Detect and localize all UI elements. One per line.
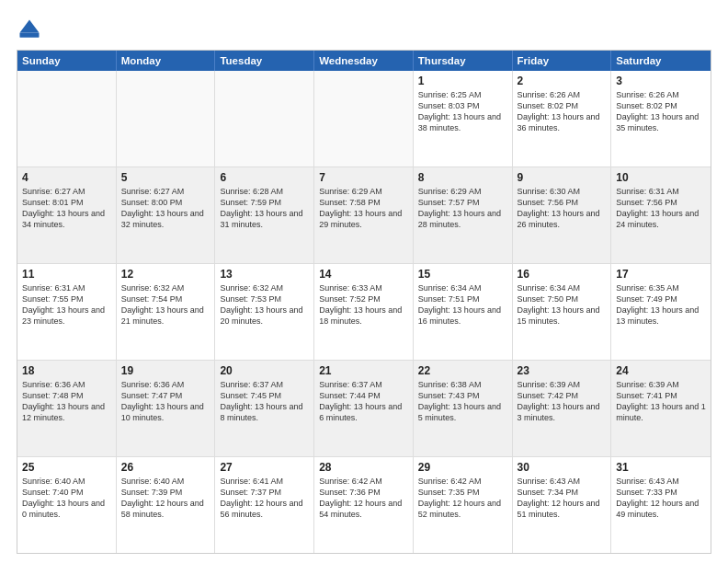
cell-info: Sunrise: 6:40 AM Sunset: 7:40 PM Dayligh…: [22, 476, 111, 521]
header-day-sunday: Sunday: [17, 51, 117, 71]
cal-cell-day-20: 20Sunrise: 6:37 AM Sunset: 7:45 PM Dayli…: [215, 361, 314, 456]
cal-cell-day-14: 14Sunrise: 6:33 AM Sunset: 7:52 PM Dayli…: [314, 264, 414, 360]
cell-info: Sunrise: 6:36 AM Sunset: 7:48 PM Dayligh…: [22, 379, 111, 424]
day-number: 6: [220, 171, 309, 184]
day-number: 15: [418, 268, 507, 281]
day-number: 2: [518, 75, 607, 87]
cell-info: Sunrise: 6:38 AM Sunset: 7:43 PM Dayligh…: [418, 379, 507, 424]
calendar: SundayMondayTuesdayWednesdayThursdayFrid…: [17, 50, 711, 554]
cal-cell-day-16: 16Sunrise: 6:34 AM Sunset: 7:50 PM Dayli…: [513, 264, 612, 360]
day-number: 26: [121, 461, 210, 474]
cell-info: Sunrise: 6:29 AM Sunset: 7:58 PM Dayligh…: [319, 186, 408, 231]
cal-cell-day-3: 3Sunrise: 6:26 AM Sunset: 8:02 PM Daylig…: [611, 71, 711, 167]
day-number: 27: [220, 461, 309, 474]
cell-info: Sunrise: 6:29 AM Sunset: 7:57 PM Dayligh…: [418, 186, 507, 231]
cal-cell-day-23: 23Sunrise: 6:39 AM Sunset: 7:42 PM Dayli…: [513, 361, 612, 456]
cal-cell-day-17: 17Sunrise: 6:35 AM Sunset: 7:49 PM Dayli…: [611, 264, 711, 360]
cal-cell-day-30: 30Sunrise: 6:43 AM Sunset: 7:34 PM Dayli…: [513, 457, 612, 553]
cal-cell-empty: [215, 71, 314, 167]
day-number: 24: [616, 364, 706, 377]
page: SundayMondayTuesdayWednesdayThursdayFrid…: [0, 0, 728, 563]
header-day-wednesday: Wednesday: [314, 51, 414, 71]
cell-info: Sunrise: 6:32 AM Sunset: 7:54 PM Dayligh…: [121, 282, 210, 327]
cal-cell-day-8: 8Sunrise: 6:29 AM Sunset: 7:57 PM Daylig…: [414, 167, 513, 263]
cal-cell-day-22: 22Sunrise: 6:38 AM Sunset: 7:43 PM Dayli…: [414, 361, 513, 456]
cell-info: Sunrise: 6:31 AM Sunset: 7:56 PM Dayligh…: [616, 186, 706, 231]
cal-cell-day-11: 11Sunrise: 6:31 AM Sunset: 7:55 PM Dayli…: [17, 264, 117, 360]
cal-cell-day-31: 31Sunrise: 6:43 AM Sunset: 7:33 PM Dayli…: [611, 457, 711, 553]
cal-cell-day-18: 18Sunrise: 6:36 AM Sunset: 7:48 PM Dayli…: [17, 361, 117, 456]
cell-info: Sunrise: 6:42 AM Sunset: 7:35 PM Dayligh…: [418, 476, 507, 521]
day-number: 23: [518, 364, 607, 377]
cal-cell-day-7: 7Sunrise: 6:29 AM Sunset: 7:58 PM Daylig…: [314, 167, 414, 263]
day-number: 13: [220, 268, 309, 281]
cal-cell-empty: [117, 71, 216, 167]
svg-rect-1: [20, 33, 40, 38]
cell-info: Sunrise: 6:37 AM Sunset: 7:45 PM Dayligh…: [220, 379, 309, 424]
cal-cell-day-13: 13Sunrise: 6:32 AM Sunset: 7:53 PM Dayli…: [215, 264, 314, 360]
calendar-body: 1Sunrise: 6:25 AM Sunset: 8:03 PM Daylig…: [17, 71, 711, 553]
cal-cell-day-26: 26Sunrise: 6:40 AM Sunset: 7:39 PM Dayli…: [117, 457, 216, 553]
cell-info: Sunrise: 6:39 AM Sunset: 7:41 PM Dayligh…: [616, 379, 706, 424]
day-number: 5: [121, 171, 210, 184]
cal-cell-day-24: 24Sunrise: 6:39 AM Sunset: 7:41 PM Dayli…: [611, 361, 711, 456]
cal-cell-day-29: 29Sunrise: 6:42 AM Sunset: 7:35 PM Dayli…: [414, 457, 513, 553]
cell-info: Sunrise: 6:27 AM Sunset: 8:01 PM Dayligh…: [22, 186, 111, 231]
cal-cell-day-4: 4Sunrise: 6:27 AM Sunset: 8:01 PM Daylig…: [17, 167, 117, 263]
day-number: 20: [220, 364, 309, 377]
header-day-monday: Monday: [117, 51, 216, 71]
cal-cell-day-21: 21Sunrise: 6:37 AM Sunset: 7:44 PM Dayli…: [314, 361, 414, 456]
header: [17, 17, 711, 42]
cell-info: Sunrise: 6:32 AM Sunset: 7:53 PM Dayligh…: [220, 282, 309, 327]
cell-info: Sunrise: 6:40 AM Sunset: 7:39 PM Dayligh…: [121, 476, 210, 521]
logo: [17, 17, 46, 42]
cal-cell-day-27: 27Sunrise: 6:41 AM Sunset: 7:37 PM Dayli…: [215, 457, 314, 553]
day-number: 16: [518, 268, 607, 281]
cell-info: Sunrise: 6:26 AM Sunset: 8:02 PM Dayligh…: [616, 89, 706, 134]
day-number: 17: [616, 268, 706, 281]
cell-info: Sunrise: 6:43 AM Sunset: 7:34 PM Dayligh…: [518, 476, 607, 521]
day-number: 10: [616, 171, 706, 184]
day-number: 8: [418, 171, 507, 184]
cell-info: Sunrise: 6:41 AM Sunset: 7:37 PM Dayligh…: [220, 476, 309, 521]
cal-cell-day-12: 12Sunrise: 6:32 AM Sunset: 7:54 PM Dayli…: [117, 264, 216, 360]
cell-info: Sunrise: 6:39 AM Sunset: 7:42 PM Dayligh…: [518, 379, 607, 424]
cell-info: Sunrise: 6:27 AM Sunset: 8:00 PM Dayligh…: [121, 186, 210, 231]
day-number: 7: [319, 171, 408, 184]
day-number: 25: [22, 461, 111, 474]
header-day-thursday: Thursday: [414, 51, 513, 71]
day-number: 11: [22, 268, 111, 281]
cal-cell-day-19: 19Sunrise: 6:36 AM Sunset: 7:47 PM Dayli…: [117, 361, 216, 456]
day-number: 14: [319, 268, 408, 281]
day-number: 31: [616, 461, 706, 474]
cell-info: Sunrise: 6:36 AM Sunset: 7:47 PM Dayligh…: [121, 379, 210, 424]
cal-cell-empty: [17, 71, 117, 167]
day-number: 1: [418, 75, 507, 87]
day-number: 3: [616, 75, 706, 87]
cal-cell-day-5: 5Sunrise: 6:27 AM Sunset: 8:00 PM Daylig…: [117, 167, 216, 263]
day-number: 29: [418, 461, 507, 474]
header-day-friday: Friday: [513, 51, 612, 71]
svg-marker-0: [20, 20, 40, 33]
cal-row-2: 11Sunrise: 6:31 AM Sunset: 7:55 PM Dayli…: [17, 264, 711, 361]
cal-cell-day-10: 10Sunrise: 6:31 AM Sunset: 7:56 PM Dayli…: [611, 167, 711, 263]
cell-info: Sunrise: 6:33 AM Sunset: 7:52 PM Dayligh…: [319, 282, 408, 327]
cal-row-3: 18Sunrise: 6:36 AM Sunset: 7:48 PM Dayli…: [17, 361, 711, 457]
cell-info: Sunrise: 6:25 AM Sunset: 8:03 PM Dayligh…: [418, 89, 507, 134]
day-number: 12: [121, 268, 210, 281]
cal-row-4: 25Sunrise: 6:40 AM Sunset: 7:40 PM Dayli…: [17, 457, 711, 553]
header-day-tuesday: Tuesday: [215, 51, 314, 71]
cal-cell-day-1: 1Sunrise: 6:25 AM Sunset: 8:03 PM Daylig…: [414, 71, 513, 167]
day-number: 18: [22, 364, 111, 377]
cal-cell-empty: [314, 71, 414, 167]
cal-cell-day-25: 25Sunrise: 6:40 AM Sunset: 7:40 PM Dayli…: [17, 457, 117, 553]
day-number: 19: [121, 364, 210, 377]
day-number: 9: [518, 171, 607, 184]
cell-info: Sunrise: 6:42 AM Sunset: 7:36 PM Dayligh…: [319, 476, 408, 521]
day-number: 28: [319, 461, 408, 474]
cal-row-0: 1Sunrise: 6:25 AM Sunset: 8:03 PM Daylig…: [17, 71, 711, 167]
day-number: 21: [319, 364, 408, 377]
cell-info: Sunrise: 6:43 AM Sunset: 7:33 PM Dayligh…: [616, 476, 706, 521]
cell-info: Sunrise: 6:35 AM Sunset: 7:49 PM Dayligh…: [616, 282, 706, 327]
calendar-header: SundayMondayTuesdayWednesdayThursdayFrid…: [17, 51, 711, 71]
